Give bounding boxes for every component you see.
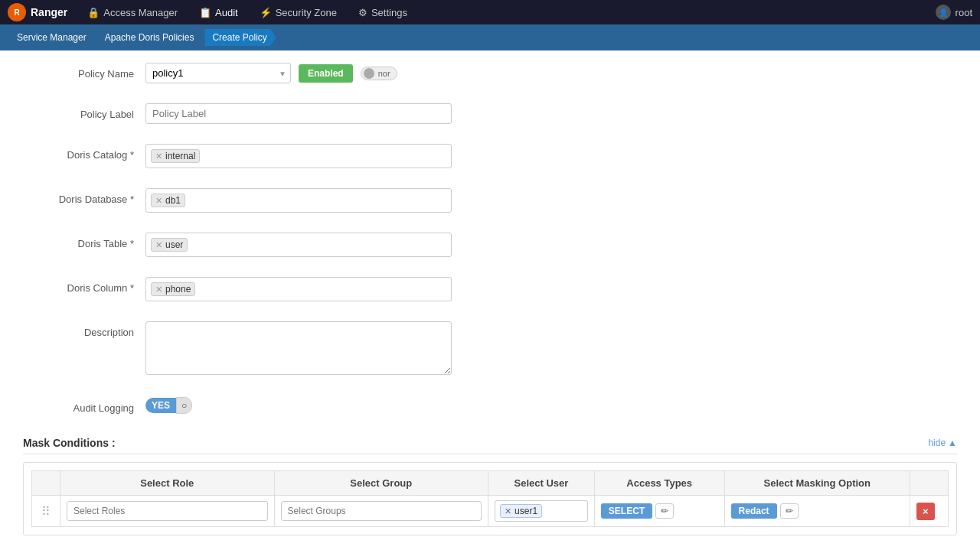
- brand: R Ranger: [8, 3, 67, 21]
- doris-table-row: Doris Table * ✕ user: [23, 228, 957, 262]
- nav-audit[interactable]: 📋 Audit: [190, 0, 247, 24]
- select-roles-input[interactable]: [67, 501, 268, 521]
- conditions-table-header-row: Select Role Select Group Select User Acc…: [32, 471, 949, 496]
- policy-label-label: Policy Label: [23, 103, 145, 120]
- doris-database-input[interactable]: ✕ db1: [145, 188, 452, 213]
- policy-name-input[interactable]: [145, 63, 291, 83]
- mask-conditions-title: Mask Conditions :: [23, 437, 116, 449]
- delete-row-button[interactable]: ×: [916, 503, 935, 520]
- audit-yes-label: YES: [145, 398, 176, 413]
- doris-catalog-remove[interactable]: ✕: [155, 151, 162, 161]
- audit-icon: 📋: [199, 7, 211, 18]
- brand-name: Ranger: [31, 6, 67, 18]
- th-actions: [910, 471, 949, 496]
- dropdown-icon: ▼: [279, 69, 286, 77]
- doris-database-label: Doris Database *: [23, 188, 145, 205]
- enabled-toggle[interactable]: Enabled: [299, 64, 353, 83]
- policy-name-controls: ▼ Enabled nor: [145, 63, 452, 83]
- role-cell: [60, 496, 275, 527]
- description-control: [145, 321, 452, 377]
- audit-logging-toggle[interactable]: YES ○: [145, 397, 452, 414]
- access-type-cell: SELECT ✏: [594, 496, 724, 527]
- doris-table-label: Doris Table *: [23, 233, 145, 249]
- settings-icon: ⚙: [358, 7, 368, 18]
- conditions-table-wrap: Select Role Select Group Select User Acc…: [23, 462, 957, 535]
- doris-column-input[interactable]: ✕ phone: [145, 277, 452, 301]
- masking-option-edit-button[interactable]: ✏: [780, 503, 799, 519]
- policy-name-row: Policy Name ▼ Enabled nor: [23, 58, 957, 88]
- breadcrumb: Service Manager Apache Doris Policies Cr…: [0, 24, 980, 50]
- top-nav: R Ranger 🔒 Access Manager 📋 Audit ⚡ Secu…: [0, 0, 980, 24]
- th-select-group: Select Group: [274, 471, 488, 496]
- doris-database-tag: ✕ db1: [151, 194, 185, 207]
- delete-cell: ×: [910, 496, 949, 527]
- doris-column-row: Doris Column * ✕ phone: [23, 272, 957, 306]
- mask-conditions-section: Mask Conditions : hide ▲ Select Role Sel…: [23, 429, 957, 537]
- policy-name-input-wrap: ▼: [145, 63, 291, 83]
- doris-column-control: ✕ phone: [145, 277, 452, 301]
- description-row: Description: [23, 317, 957, 382]
- main-content: Policy Name ▼ Enabled nor Policy Label D…: [0, 50, 980, 537]
- description-textarea[interactable]: [145, 321, 452, 375]
- doris-table-control: ✕ user: [145, 233, 452, 257]
- bc-create-policy[interactable]: Create Policy: [204, 29, 276, 46]
- th-select-user: Select User: [488, 471, 595, 496]
- doris-catalog-control: ✕ internal: [145, 144, 452, 168]
- user-tag-remove[interactable]: ✕: [505, 506, 511, 516]
- nav-security-zone[interactable]: ⚡ Security Zone: [250, 0, 346, 24]
- ranger-logo: R: [8, 3, 26, 21]
- th-select-masking: Select Masking Option: [724, 471, 910, 496]
- normal-toggle[interactable]: nor: [361, 67, 397, 80]
- mask-conditions-header: Mask Conditions : hide ▲: [23, 437, 957, 454]
- policy-label-row: Policy Label: [23, 99, 957, 129]
- access-type-badge: SELECT: [601, 503, 652, 519]
- bc-service-manager[interactable]: Service Manager: [9, 29, 96, 46]
- description-label: Description: [23, 321, 145, 338]
- nav-user: 👤 root: [936, 5, 972, 20]
- access-type-edit-button[interactable]: ✏: [655, 503, 674, 519]
- group-cell: [274, 496, 488, 527]
- audit-knob[interactable]: ○: [176, 397, 192, 414]
- select-user-input[interactable]: ✕ user1: [495, 500, 588, 522]
- nav-access-manager[interactable]: 🔒 Access Manager: [78, 0, 187, 24]
- bc-apache-doris-policies[interactable]: Apache Doris Policies: [97, 29, 204, 46]
- user-avatar-icon: 👤: [936, 5, 951, 20]
- audit-logging-row: Audit Logging YES ○: [23, 392, 957, 418]
- audit-logging-label: Audit Logging: [23, 397, 145, 414]
- masking-option-row: Redact ✏: [731, 503, 903, 519]
- zone-icon: ⚡: [260, 7, 272, 18]
- user-cell: ✕ user1: [488, 496, 595, 527]
- doris-database-control: ✕ db1: [145, 188, 452, 213]
- doris-table-input[interactable]: ✕ user: [145, 233, 452, 257]
- username: root: [956, 7, 972, 18]
- audit-logging-control: YES ○: [145, 397, 452, 414]
- select-groups-input[interactable]: [281, 501, 482, 521]
- doris-catalog-input[interactable]: ✕ internal: [145, 144, 452, 168]
- table-row: ⠿ ✕ user1: [32, 496, 949, 527]
- doris-table-tag: ✕ user: [151, 238, 188, 252]
- shield-icon: 🔒: [87, 7, 100, 18]
- th-select-role: Select Role: [60, 471, 275, 496]
- chevron-up-icon: ▲: [948, 438, 957, 448]
- hide-button[interactable]: hide ▲: [928, 438, 957, 448]
- th-drag: [32, 471, 60, 496]
- user-tag: ✕ user1: [500, 504, 542, 518]
- drag-cell: ⠿: [32, 496, 60, 527]
- doris-table-remove[interactable]: ✕: [155, 240, 162, 250]
- doris-catalog-row: Doris Catalog * ✕ internal: [23, 139, 957, 173]
- doris-catalog-label: Doris Catalog *: [23, 144, 145, 161]
- doris-column-remove[interactable]: ✕: [155, 285, 162, 295]
- policy-label-control: [145, 103, 452, 124]
- nav-settings[interactable]: ⚙ Settings: [349, 0, 416, 24]
- doris-catalog-tag: ✕ internal: [151, 149, 200, 163]
- doris-column-tag: ✕ phone: [151, 282, 195, 296]
- masking-option-badge: Redact: [731, 503, 777, 519]
- policy-label-input[interactable]: [145, 103, 452, 124]
- policy-name-label: Policy Name: [23, 63, 145, 80]
- masking-option-cell: Redact ✏: [724, 496, 910, 527]
- access-type-row: SELECT ✏: [601, 503, 718, 519]
- doris-database-remove[interactable]: ✕: [155, 196, 162, 206]
- drag-handle-icon[interactable]: ⠿: [38, 505, 54, 518]
- doris-database-row: Doris Database * ✕ db1: [23, 184, 957, 217]
- th-access-types: Access Types: [594, 471, 724, 496]
